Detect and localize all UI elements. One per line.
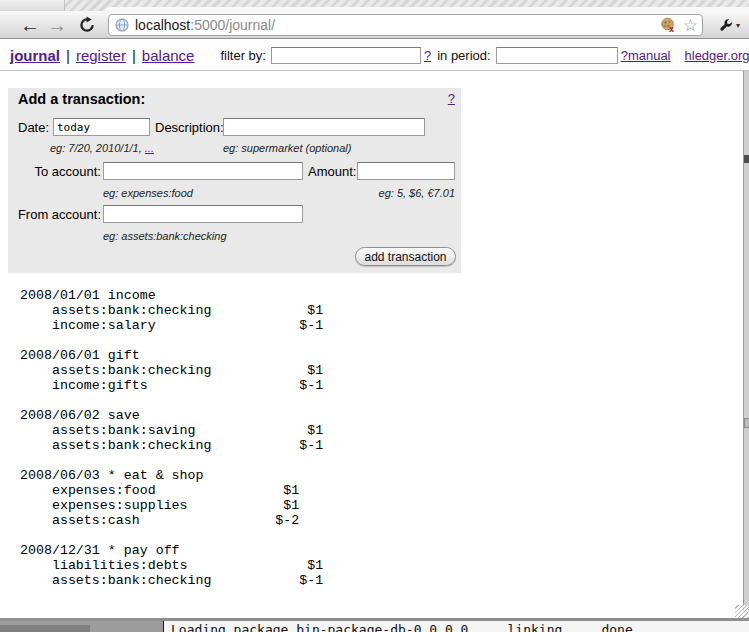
from-account-hint: eg: assets:bank:checking [103,230,227,242]
date-input[interactable] [53,118,150,136]
form-help-link[interactable]: ? [448,91,455,106]
period-input[interactable] [496,47,618,64]
background-patch [0,625,90,632]
hledger-org-link[interactable]: hledger.org [685,48,749,63]
scrollbar-thumb[interactable] [744,155,749,163]
to-account-hint: eg: expenses:food [103,187,193,199]
url-host: localhost [135,17,190,33]
filter-help-link[interactable]: ? [424,48,431,63]
reload-icon [78,16,96,34]
date-hint-more-link[interactable]: ... [145,142,154,154]
nav-journal-link[interactable]: journal [10,47,60,64]
period-help-link[interactable]: ? [621,48,628,63]
back-icon: ← [20,14,40,37]
nav-separator: | [132,47,136,64]
svg-text:x: x [669,24,674,33]
date-label: Date: [18,120,49,135]
forward-icon: → [47,14,67,37]
description-input[interactable] [223,118,425,136]
description-label: Description: [155,120,224,135]
scrollbar-track[interactable] [743,71,749,612]
url-path: :5000/journal/ [190,17,275,33]
amount-input[interactable] [357,162,455,180]
date-hint-text: eg: 7/20, 2010/1/1, [50,142,145,154]
amount-hint: eg: 5, $6, €7.01 [357,187,455,199]
filter-by-label: filter by: [220,48,266,63]
wrench-menu-button[interactable]: ▾ [712,13,746,37]
add-transaction-button[interactable]: add transaction [355,247,456,266]
scrollbar-mark [744,418,749,428]
terminal-output-text: Loading package bin-package-db-0.0.0.0 .… [171,622,641,632]
nav-register-link[interactable]: register [76,47,126,64]
amount-label: Amount: [308,164,356,179]
in-period-label: in period: [437,48,490,63]
globe-icon [115,18,129,32]
manual-link[interactable]: manual [628,48,671,63]
description-hint: eg: supermarket (optional) [223,142,351,154]
resize-grip[interactable] [735,605,748,618]
terminal-window-sliver: Loading package bin-package-db-0.0.0.0 .… [163,621,749,632]
date-hint: eg: 7/20, 2010/1/1, ... [50,142,154,154]
background-strip: Loading package bin-package-db-0.0.0.0 .… [0,621,749,632]
filter-input[interactable] [271,47,421,64]
hledger-navbar: journal | register | balance filter by: … [0,40,749,71]
journal-text: 2008/01/01 income assets:bank:checking $… [20,288,323,588]
add-transaction-form: Add a transaction: ? Date: Description: … [8,88,461,273]
tab-strip-left-fragment [0,0,65,11]
forward-button[interactable]: → [44,11,70,39]
url-text: localhost:5000/journal/ [135,17,660,33]
from-account-label: From account: [8,207,101,222]
address-bar[interactable]: localhost:5000/journal/ x ☆ [108,14,703,36]
from-account-input[interactable] [103,205,303,223]
form-title: Add a transaction: [18,91,145,107]
chevron-down-icon: ▾ [736,21,740,30]
cookie-blocked-icon[interactable]: x [660,17,677,33]
wrench-icon [718,17,734,33]
reload-button[interactable] [74,11,100,39]
to-account-label: To account: [8,164,101,179]
browser-toolbar: ← → localhost:5000/journal/ [0,11,749,39]
nav-balance-link[interactable]: balance [142,47,195,64]
nav-separator: | [66,47,70,64]
back-button[interactable]: ← [17,11,43,39]
to-account-input[interactable] [103,162,303,180]
bookmark-star-icon[interactable]: ☆ [683,17,698,34]
browser-window: ← → localhost:5000/journal/ [0,0,749,632]
